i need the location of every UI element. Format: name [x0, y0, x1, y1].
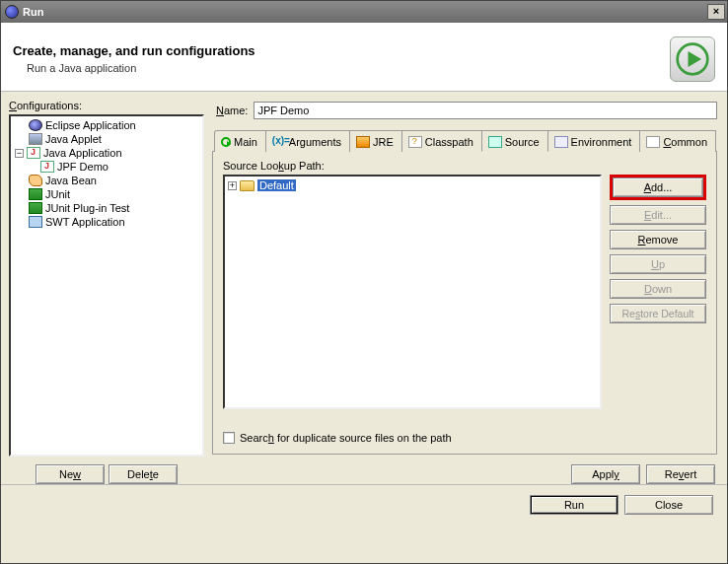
bean-icon — [29, 175, 42, 186]
close-window-button[interactable]: × — [707, 4, 725, 20]
tree-item-java-applet[interactable]: Java Applet — [13, 132, 200, 146]
source-item-default[interactable]: + Default — [228, 179, 597, 191]
tab-arguments[interactable]: (x)=Arguments — [265, 130, 350, 152]
name-input[interactable] — [254, 102, 717, 119]
run-button[interactable]: Run — [530, 495, 619, 515]
edit-button: Edit... — [610, 205, 706, 225]
eclipse-icon — [29, 119, 42, 131]
common-icon — [646, 136, 660, 148]
dialog-header: Create, manage, and run configurations R… — [1, 23, 727, 92]
title-bar: Run × — [1, 1, 727, 23]
restore-default-button: Restore Default — [610, 304, 706, 323]
config-detail-pane: Name: Main (x)=Arguments JRE Classpath S… — [212, 100, 717, 484]
search-duplicates-checkbox[interactable] — [223, 432, 235, 444]
configurations-label: Configurations: — [9, 100, 204, 111]
revert-button[interactable]: Revert — [646, 464, 715, 484]
junit-icon — [29, 188, 42, 200]
tree-item-java-bean[interactable]: Java Bean — [13, 174, 200, 187]
apply-button[interactable]: Apply — [571, 464, 640, 484]
run-icon — [670, 36, 715, 82]
dialog-footer: Run Close — [1, 484, 727, 525]
tree-item-swt-app[interactable]: SWT Application — [13, 215, 200, 229]
tree-item-jpf-demo[interactable]: JPF Demo — [13, 160, 200, 174]
window-title: Run — [23, 6, 43, 18]
folder-icon — [240, 180, 255, 191]
remove-button[interactable]: Remove — [610, 230, 706, 249]
java-icon — [27, 147, 40, 159]
environment-icon — [554, 136, 568, 148]
header-title: Create, manage, and run configurations — [13, 43, 255, 58]
svg-marker-1 — [689, 50, 702, 66]
add-button-highlight: Add... — [610, 175, 706, 200]
tab-body: Source Lookup Path: + Default Add... Edi… — [212, 152, 717, 455]
configurations-pane: Configurations: Eclipse Application Java… — [9, 100, 204, 484]
applet-icon — [29, 133, 42, 145]
up-button: Up — [610, 254, 706, 274]
tree-item-java-application[interactable]: −Java Application — [13, 146, 200, 160]
delete-button[interactable]: Delete — [109, 464, 178, 484]
swt-icon — [29, 216, 42, 228]
search-duplicates-label: Search for duplicate source files on the… — [240, 432, 452, 444]
tab-environment[interactable]: Environment — [547, 130, 641, 152]
tab-jre[interactable]: JRE — [349, 130, 402, 152]
configurations-tree[interactable]: Eclipse Application Java Applet −Java Ap… — [9, 114, 204, 457]
expand-icon[interactable]: + — [228, 181, 237, 190]
new-button[interactable]: New — [36, 464, 105, 484]
tree-item-eclipse-app[interactable]: Eclipse Application — [13, 118, 200, 132]
tab-common[interactable]: Common — [639, 130, 716, 152]
close-button[interactable]: Close — [624, 495, 713, 515]
header-subtitle: Run a Java application — [27, 62, 255, 74]
jre-icon — [356, 136, 370, 148]
classpath-icon — [408, 136, 422, 148]
arguments-icon: (x)= — [272, 136, 286, 148]
junit-icon — [29, 202, 42, 214]
source-lookup-list[interactable]: + Default — [223, 175, 602, 409]
tabs-row: Main (x)=Arguments JRE Classpath Source … — [212, 129, 717, 152]
add-button[interactable]: Add... — [613, 177, 703, 197]
main-icon — [221, 137, 231, 147]
tab-classpath[interactable]: Classpath — [401, 130, 482, 152]
tree-item-junit-plugin[interactable]: JUnit Plug-in Test — [13, 201, 200, 215]
tree-item-junit[interactable]: JUnit — [13, 187, 200, 201]
java-icon — [40, 161, 54, 173]
down-button: Down — [610, 279, 706, 299]
source-icon — [488, 136, 502, 148]
tab-main[interactable]: Main — [214, 130, 266, 152]
tab-source[interactable]: Source — [481, 130, 548, 152]
source-lookup-label: Source Lookup Path: — [223, 160, 706, 172]
name-label: Name: — [216, 105, 248, 116]
collapse-icon[interactable]: − — [15, 149, 24, 158]
app-icon — [5, 5, 19, 19]
